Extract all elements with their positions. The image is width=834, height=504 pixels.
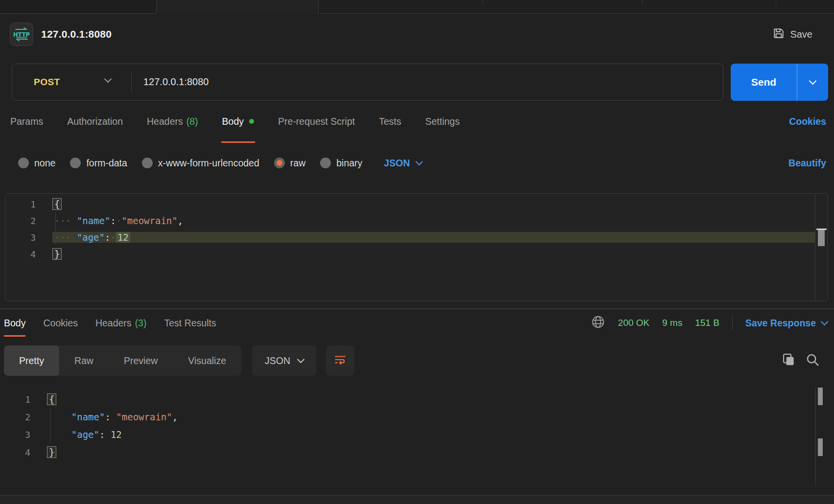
response-tab-body[interactable]: Body	[4, 309, 25, 337]
send-button[interactable]: Send	[731, 64, 797, 101]
view-visualize[interactable]: Visualize	[173, 345, 241, 376]
code-token: "age"	[71, 429, 99, 440]
http-request-icon: HTTP	[10, 23, 33, 46]
response-meta: 200 OK 9 ms 151 B Save Response	[591, 309, 827, 337]
line-number: 3	[0, 430, 30, 440]
request-tabs: Params Authorization Headers(8) Body Pre…	[0, 109, 834, 143]
code-token	[49, 412, 71, 422]
globe-icon[interactable]	[591, 315, 605, 331]
code-token: "meowrain"	[121, 215, 177, 226]
tab-authorization[interactable]: Authorization	[67, 109, 123, 143]
code-token: ···	[54, 215, 77, 226]
chevron-down-icon[interactable]	[104, 75, 112, 83]
code-line: 1{	[5, 196, 815, 212]
send-button-group: Send	[731, 64, 828, 101]
code-line-text: ··· "name":·"meowrain",	[52, 215, 815, 226]
mode-x-www-form-urlencoded[interactable]: x-www-form-urlencoded	[142, 158, 259, 169]
url-bar: POST 127.0.0.1:8080	[12, 64, 723, 101]
scroll-marker[interactable]	[818, 438, 823, 456]
method-selector[interactable]: POST	[34, 64, 60, 100]
code-token: 12	[111, 429, 122, 440]
tab-label: Settings	[425, 116, 460, 127]
tab-pre-request-script[interactable]: Pre-request Script	[278, 109, 355, 143]
mode-raw[interactable]: raw	[274, 158, 305, 169]
view-preview[interactable]: Preview	[109, 345, 173, 376]
view-pretty[interactable]: Pretty	[4, 345, 59, 376]
mode-form-data[interactable]: form-data	[70, 158, 127, 169]
response-body-viewer[interactable]: 1{2 "name": "meowrain",3 "age": 124}	[0, 387, 834, 486]
tab-separator	[483, 0, 483, 6]
tab-settings[interactable]: Settings	[425, 109, 460, 143]
response-tab-cookies[interactable]: Cookies	[43, 309, 77, 337]
wrap-lines-button[interactable]	[326, 345, 354, 376]
scroll-marker[interactable]	[818, 388, 823, 405]
method-label: POST	[34, 77, 60, 88]
tab-tests[interactable]: Tests	[379, 109, 401, 143]
radio-icon[interactable]	[18, 158, 29, 168]
code-token: :	[110, 215, 116, 226]
save-button[interactable]: Save	[772, 20, 812, 49]
divider	[732, 316, 733, 330]
line-number: 2	[0, 412, 30, 422]
code-line: 4}	[5, 246, 815, 262]
request-header: HTTP 127.0.0.1:8080 Save	[0, 20, 834, 49]
cookies-link[interactable]: Cookies	[789, 109, 826, 143]
line-number: 1	[5, 199, 36, 209]
radio-icon[interactable]	[70, 158, 81, 168]
code-token: ,	[172, 412, 178, 422]
tab-body[interactable]: Body	[222, 109, 254, 143]
radio-icon[interactable]	[320, 158, 331, 168]
radio-label: none	[34, 158, 55, 169]
code-token: "name"	[77, 215, 111, 226]
tab-params[interactable]: Params	[10, 109, 43, 143]
chevron-down-icon	[821, 318, 829, 325]
response-code-area: 1{2 "name": "meowrain",3 "age": 124}	[0, 390, 815, 461]
code-line-text: {	[47, 394, 815, 405]
workspace-tab[interactable]	[0, 0, 157, 14]
response-language-dropdown[interactable]: JSON	[252, 345, 316, 376]
svg-text:HTTP: HTTP	[13, 31, 30, 38]
workspace-tab-area[interactable]	[318, 0, 834, 14]
line-number: 3	[5, 232, 36, 243]
tab-label: Pre-request Script	[278, 116, 355, 127]
mode-binary[interactable]: binary	[320, 158, 362, 169]
code-token: :	[105, 232, 110, 243]
radio-selected-icon[interactable]	[274, 158, 285, 168]
tab-headers[interactable]: Headers(8)	[147, 109, 198, 143]
workspace-tab-active[interactable]	[157, 0, 318, 14]
response-tab-headers[interactable]: Headers(3)	[95, 309, 147, 337]
beautify-link[interactable]: Beautify	[788, 148, 826, 178]
send-options-button[interactable]	[797, 64, 828, 101]
code-line: 3··· "age":·12	[5, 229, 815, 246]
request-language-dropdown[interactable]: JSON	[384, 158, 422, 169]
save-response-button[interactable]: Save Response	[745, 318, 827, 329]
code-token	[111, 412, 116, 422]
code-line: 3 "age": 12	[0, 426, 815, 443]
radio-label: x-www-form-urlencoded	[158, 158, 259, 169]
status-bar	[0, 495, 834, 504]
response-header: Body Cookies Headers(3) Test Results 200…	[0, 309, 834, 337]
code-token: {	[52, 198, 62, 210]
editor-overview-ruler	[815, 194, 828, 301]
mode-none[interactable]: none	[18, 158, 55, 169]
divider	[131, 71, 132, 92]
chevron-down-icon	[297, 355, 305, 363]
radio-label: form-data	[86, 158, 127, 169]
radio-icon[interactable]	[142, 158, 153, 168]
request-body-editor[interactable]: 1{2··· "name":·"meowrain",3··· "age":·12…	[5, 193, 828, 301]
response-tab-test-results[interactable]: Test Results	[164, 309, 216, 337]
tab-label: Body	[4, 318, 25, 329]
url-input[interactable]: 127.0.0.1:8080	[143, 64, 208, 100]
code-token: "meowrain"	[116, 412, 172, 422]
search-icon[interactable]	[805, 352, 820, 369]
workspace-tab-strip	[0, 0, 834, 14]
copy-icon[interactable]	[781, 352, 796, 369]
code-line-text: }	[52, 249, 815, 259]
body-mode-bar: none form-data x-www-form-urlencoded raw…	[0, 148, 834, 178]
code-token: {	[47, 393, 56, 405]
code-token: "age"	[77, 232, 105, 243]
view-raw[interactable]: Raw	[59, 345, 109, 376]
code-token: ,	[178, 215, 183, 226]
scrollbar-handle[interactable]	[818, 230, 825, 246]
code-token: "name"	[71, 412, 105, 422]
